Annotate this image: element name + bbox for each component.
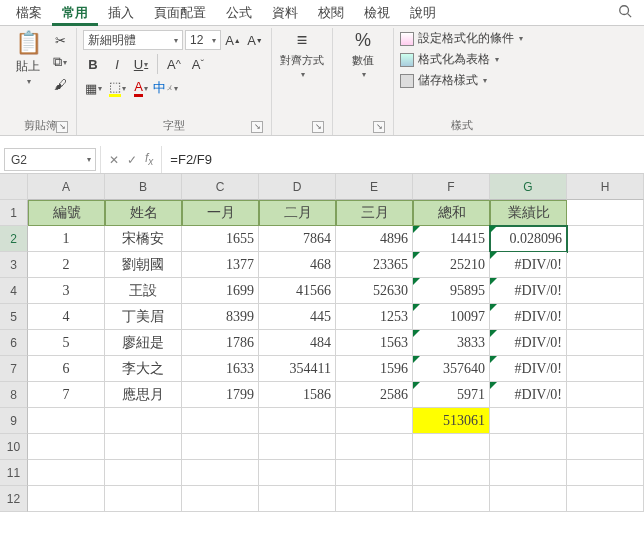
tab-review[interactable]: 校閱 — [308, 0, 354, 26]
cell[interactable] — [182, 486, 259, 512]
border-button[interactable]: ▦▾ — [83, 78, 103, 98]
cell[interactable] — [105, 486, 182, 512]
cell[interactable]: 95895 — [413, 278, 490, 304]
cell[interactable]: 354411 — [259, 356, 336, 382]
font-launcher[interactable]: ↘ — [251, 121, 263, 133]
alignment-button[interactable]: ≡ 對齊方式 ▾ — [278, 30, 326, 119]
font-name-combo[interactable]: 新細明體▾ — [83, 30, 183, 50]
col-header[interactable]: H — [567, 174, 644, 200]
cell[interactable]: 李大之 — [105, 356, 182, 382]
spreadsheet-grid[interactable]: ABCDEFGH1編號姓名一月二月三月總和業績比21宋橋安16557864489… — [0, 174, 644, 512]
cell[interactable]: 姓名 — [105, 200, 182, 226]
col-header[interactable]: E — [336, 174, 413, 200]
cell[interactable]: 1633 — [182, 356, 259, 382]
cell-styles-button[interactable]: 儲存格樣式▾ — [400, 72, 523, 89]
row-header[interactable]: 8 — [0, 382, 28, 408]
cell[interactable]: 丁美眉 — [105, 304, 182, 330]
bold-button[interactable]: B — [83, 54, 103, 74]
cell[interactable]: 3 — [28, 278, 105, 304]
cell[interactable]: 編號 — [28, 200, 105, 226]
cell[interactable] — [567, 226, 644, 252]
underline-button[interactable]: U▾ — [131, 54, 151, 74]
row-header[interactable]: 11 — [0, 460, 28, 486]
cell[interactable]: 41566 — [259, 278, 336, 304]
tab-page-layout[interactable]: 頁面配置 — [144, 0, 216, 26]
cell[interactable]: 1596 — [336, 356, 413, 382]
cell[interactable] — [490, 408, 567, 434]
cell[interactable]: 1253 — [336, 304, 413, 330]
cell[interactable] — [28, 434, 105, 460]
cell[interactable]: 445 — [259, 304, 336, 330]
cell[interactable]: 513061 — [413, 408, 490, 434]
cell[interactable]: 三月 — [336, 200, 413, 226]
cell[interactable] — [105, 460, 182, 486]
number-launcher[interactable]: ↘ — [373, 121, 385, 133]
cell[interactable] — [259, 408, 336, 434]
cell[interactable]: 劉朝國 — [105, 252, 182, 278]
col-header[interactable]: F — [413, 174, 490, 200]
cell[interactable] — [336, 460, 413, 486]
col-header[interactable]: D — [259, 174, 336, 200]
paste-button[interactable]: 📋 貼上 ▾ — [10, 30, 46, 116]
cell[interactable] — [28, 486, 105, 512]
cell[interactable] — [182, 460, 259, 486]
font-size-combo[interactable]: 12▾ — [185, 30, 221, 50]
cell[interactable] — [413, 434, 490, 460]
cell[interactable] — [413, 486, 490, 512]
enter-formula-icon[interactable]: ✓ — [127, 153, 137, 167]
cell[interactable]: 一月 — [182, 200, 259, 226]
cell[interactable]: 7864 — [259, 226, 336, 252]
alignment-launcher[interactable]: ↘ — [312, 121, 324, 133]
cell[interactable]: 王設 — [105, 278, 182, 304]
decrease-font-a[interactable]: Aˇ — [188, 54, 208, 74]
cell[interactable]: 0.028096 — [490, 226, 567, 252]
cell[interactable]: 5 — [28, 330, 105, 356]
cell[interactable] — [490, 486, 567, 512]
increase-font-a[interactable]: A^ — [164, 54, 184, 74]
formula-input[interactable]: =F2/F9 — [161, 146, 644, 173]
cell[interactable] — [567, 252, 644, 278]
cell[interactable]: #DIV/0! — [490, 382, 567, 408]
cell[interactable]: 應思月 — [105, 382, 182, 408]
cell[interactable]: 484 — [259, 330, 336, 356]
cell[interactable] — [336, 486, 413, 512]
cell[interactable]: 6 — [28, 356, 105, 382]
row-header[interactable]: 4 — [0, 278, 28, 304]
cell[interactable] — [567, 200, 644, 226]
conditional-formatting-button[interactable]: 設定格式化的條件▾ — [400, 30, 523, 47]
cell[interactable]: 3833 — [413, 330, 490, 356]
cell[interactable] — [259, 460, 336, 486]
col-header[interactable]: G — [490, 174, 567, 200]
cell[interactable]: 1377 — [182, 252, 259, 278]
cell[interactable] — [567, 408, 644, 434]
col-header[interactable]: C — [182, 174, 259, 200]
tab-help[interactable]: 說明 — [400, 0, 446, 26]
cell[interactable] — [567, 330, 644, 356]
number-format-button[interactable]: % 數值 ▾ — [339, 30, 387, 119]
row-header[interactable]: 6 — [0, 330, 28, 356]
cell[interactable] — [413, 460, 490, 486]
cell[interactable]: 2 — [28, 252, 105, 278]
cell[interactable]: #DIV/0! — [490, 304, 567, 330]
cell[interactable] — [567, 304, 644, 330]
cell[interactable] — [567, 382, 644, 408]
cell[interactable] — [567, 460, 644, 486]
row-header[interactable]: 2 — [0, 226, 28, 252]
shrink-font-button[interactable]: A▼ — [245, 30, 265, 50]
font-color-button[interactable]: A▾ — [131, 78, 151, 98]
row-header[interactable]: 12 — [0, 486, 28, 512]
cell[interactable] — [182, 408, 259, 434]
clipboard-launcher[interactable]: ↘ — [56, 121, 68, 133]
cell[interactable]: 1 — [28, 226, 105, 252]
cell[interactable] — [105, 408, 182, 434]
row-header[interactable]: 7 — [0, 356, 28, 382]
cell[interactable]: 1786 — [182, 330, 259, 356]
tell-me-search-icon[interactable] — [612, 0, 638, 25]
cell[interactable]: 業績比 — [490, 200, 567, 226]
cell[interactable]: 8399 — [182, 304, 259, 330]
row-header[interactable]: 10 — [0, 434, 28, 460]
copy-button[interactable]: ⧉▾ — [50, 52, 70, 72]
tab-formulas[interactable]: 公式 — [216, 0, 262, 26]
cell[interactable]: 1799 — [182, 382, 259, 408]
format-painter-button[interactable]: 🖌 — [50, 74, 70, 94]
